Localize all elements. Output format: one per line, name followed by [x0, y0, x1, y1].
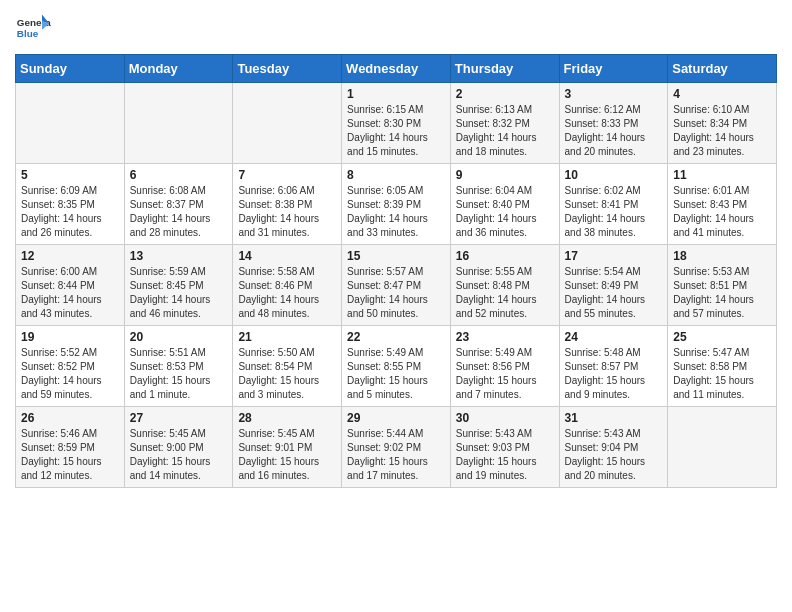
page: General Blue SundayMondayTuesdayWednesda… — [0, 0, 792, 503]
day-number: 12 — [21, 249, 119, 263]
day-info: Sunrise: 5:51 AM Sunset: 8:53 PM Dayligh… — [130, 346, 228, 402]
day-cell: 18Sunrise: 5:53 AM Sunset: 8:51 PM Dayli… — [668, 245, 777, 326]
day-info: Sunrise: 5:57 AM Sunset: 8:47 PM Dayligh… — [347, 265, 445, 321]
day-info: Sunrise: 6:08 AM Sunset: 8:37 PM Dayligh… — [130, 184, 228, 240]
day-number: 28 — [238, 411, 336, 425]
header-day-tuesday: Tuesday — [233, 55, 342, 83]
header-row: SundayMondayTuesdayWednesdayThursdayFrid… — [16, 55, 777, 83]
day-cell: 3Sunrise: 6:12 AM Sunset: 8:33 PM Daylig… — [559, 83, 668, 164]
day-number: 22 — [347, 330, 445, 344]
header-day-wednesday: Wednesday — [342, 55, 451, 83]
header-day-sunday: Sunday — [16, 55, 125, 83]
day-number: 15 — [347, 249, 445, 263]
day-cell: 9Sunrise: 6:04 AM Sunset: 8:40 PM Daylig… — [450, 164, 559, 245]
day-info: Sunrise: 5:55 AM Sunset: 8:48 PM Dayligh… — [456, 265, 554, 321]
header-day-friday: Friday — [559, 55, 668, 83]
day-number: 14 — [238, 249, 336, 263]
calendar-body: 1Sunrise: 6:15 AM Sunset: 8:30 PM Daylig… — [16, 83, 777, 488]
day-number: 9 — [456, 168, 554, 182]
day-number: 1 — [347, 87, 445, 101]
day-cell: 27Sunrise: 5:45 AM Sunset: 9:00 PM Dayli… — [124, 407, 233, 488]
day-cell: 11Sunrise: 6:01 AM Sunset: 8:43 PM Dayli… — [668, 164, 777, 245]
day-info: Sunrise: 6:12 AM Sunset: 8:33 PM Dayligh… — [565, 103, 663, 159]
header-day-thursday: Thursday — [450, 55, 559, 83]
day-info: Sunrise: 5:50 AM Sunset: 8:54 PM Dayligh… — [238, 346, 336, 402]
week-row-3: 12Sunrise: 6:00 AM Sunset: 8:44 PM Dayli… — [16, 245, 777, 326]
day-number: 17 — [565, 249, 663, 263]
day-number: 29 — [347, 411, 445, 425]
header-day-saturday: Saturday — [668, 55, 777, 83]
day-cell: 4Sunrise: 6:10 AM Sunset: 8:34 PM Daylig… — [668, 83, 777, 164]
day-cell: 6Sunrise: 6:08 AM Sunset: 8:37 PM Daylig… — [124, 164, 233, 245]
day-number: 2 — [456, 87, 554, 101]
day-info: Sunrise: 5:59 AM Sunset: 8:45 PM Dayligh… — [130, 265, 228, 321]
day-info: Sunrise: 5:54 AM Sunset: 8:49 PM Dayligh… — [565, 265, 663, 321]
day-cell: 10Sunrise: 6:02 AM Sunset: 8:41 PM Dayli… — [559, 164, 668, 245]
day-cell: 14Sunrise: 5:58 AM Sunset: 8:46 PM Dayli… — [233, 245, 342, 326]
day-number: 19 — [21, 330, 119, 344]
day-number: 26 — [21, 411, 119, 425]
day-info: Sunrise: 5:49 AM Sunset: 8:55 PM Dayligh… — [347, 346, 445, 402]
day-info: Sunrise: 6:15 AM Sunset: 8:30 PM Dayligh… — [347, 103, 445, 159]
week-row-5: 26Sunrise: 5:46 AM Sunset: 8:59 PM Dayli… — [16, 407, 777, 488]
day-cell: 26Sunrise: 5:46 AM Sunset: 8:59 PM Dayli… — [16, 407, 125, 488]
day-info: Sunrise: 6:04 AM Sunset: 8:40 PM Dayligh… — [456, 184, 554, 240]
day-info: Sunrise: 6:00 AM Sunset: 8:44 PM Dayligh… — [21, 265, 119, 321]
day-info: Sunrise: 5:44 AM Sunset: 9:02 PM Dayligh… — [347, 427, 445, 483]
day-info: Sunrise: 6:13 AM Sunset: 8:32 PM Dayligh… — [456, 103, 554, 159]
day-cell: 13Sunrise: 5:59 AM Sunset: 8:45 PM Dayli… — [124, 245, 233, 326]
day-number: 23 — [456, 330, 554, 344]
day-cell: 17Sunrise: 5:54 AM Sunset: 8:49 PM Dayli… — [559, 245, 668, 326]
day-info: Sunrise: 6:01 AM Sunset: 8:43 PM Dayligh… — [673, 184, 771, 240]
day-info: Sunrise: 5:48 AM Sunset: 8:57 PM Dayligh… — [565, 346, 663, 402]
day-cell: 20Sunrise: 5:51 AM Sunset: 8:53 PM Dayli… — [124, 326, 233, 407]
day-info: Sunrise: 5:46 AM Sunset: 8:59 PM Dayligh… — [21, 427, 119, 483]
day-cell: 15Sunrise: 5:57 AM Sunset: 8:47 PM Dayli… — [342, 245, 451, 326]
day-number: 31 — [565, 411, 663, 425]
day-number: 4 — [673, 87, 771, 101]
week-row-2: 5Sunrise: 6:09 AM Sunset: 8:35 PM Daylig… — [16, 164, 777, 245]
day-cell — [124, 83, 233, 164]
day-cell: 7Sunrise: 6:06 AM Sunset: 8:38 PM Daylig… — [233, 164, 342, 245]
day-info: Sunrise: 5:53 AM Sunset: 8:51 PM Dayligh… — [673, 265, 771, 321]
day-cell: 24Sunrise: 5:48 AM Sunset: 8:57 PM Dayli… — [559, 326, 668, 407]
day-cell: 25Sunrise: 5:47 AM Sunset: 8:58 PM Dayli… — [668, 326, 777, 407]
day-number: 24 — [565, 330, 663, 344]
day-number: 25 — [673, 330, 771, 344]
day-info: Sunrise: 5:58 AM Sunset: 8:46 PM Dayligh… — [238, 265, 336, 321]
day-number: 20 — [130, 330, 228, 344]
day-info: Sunrise: 6:06 AM Sunset: 8:38 PM Dayligh… — [238, 184, 336, 240]
day-cell: 28Sunrise: 5:45 AM Sunset: 9:01 PM Dayli… — [233, 407, 342, 488]
day-info: Sunrise: 5:45 AM Sunset: 9:01 PM Dayligh… — [238, 427, 336, 483]
day-info: Sunrise: 5:49 AM Sunset: 8:56 PM Dayligh… — [456, 346, 554, 402]
day-cell: 12Sunrise: 6:00 AM Sunset: 8:44 PM Dayli… — [16, 245, 125, 326]
day-number: 3 — [565, 87, 663, 101]
day-number: 30 — [456, 411, 554, 425]
day-number: 5 — [21, 168, 119, 182]
day-info: Sunrise: 6:02 AM Sunset: 8:41 PM Dayligh… — [565, 184, 663, 240]
day-number: 16 — [456, 249, 554, 263]
day-cell: 19Sunrise: 5:52 AM Sunset: 8:52 PM Dayli… — [16, 326, 125, 407]
day-cell: 5Sunrise: 6:09 AM Sunset: 8:35 PM Daylig… — [16, 164, 125, 245]
day-cell: 31Sunrise: 5:43 AM Sunset: 9:04 PM Dayli… — [559, 407, 668, 488]
day-info: Sunrise: 6:05 AM Sunset: 8:39 PM Dayligh… — [347, 184, 445, 240]
week-row-4: 19Sunrise: 5:52 AM Sunset: 8:52 PM Dayli… — [16, 326, 777, 407]
header: General Blue — [15, 10, 777, 46]
day-cell: 8Sunrise: 6:05 AM Sunset: 8:39 PM Daylig… — [342, 164, 451, 245]
week-row-1: 1Sunrise: 6:15 AM Sunset: 8:30 PM Daylig… — [16, 83, 777, 164]
day-cell: 29Sunrise: 5:44 AM Sunset: 9:02 PM Dayli… — [342, 407, 451, 488]
day-info: Sunrise: 5:45 AM Sunset: 9:00 PM Dayligh… — [130, 427, 228, 483]
day-number: 10 — [565, 168, 663, 182]
day-cell — [233, 83, 342, 164]
day-number: 7 — [238, 168, 336, 182]
calendar-header: SundayMondayTuesdayWednesdayThursdayFrid… — [16, 55, 777, 83]
logo-icon: General Blue — [15, 10, 51, 46]
day-cell: 21Sunrise: 5:50 AM Sunset: 8:54 PM Dayli… — [233, 326, 342, 407]
logo: General Blue — [15, 10, 55, 46]
day-number: 21 — [238, 330, 336, 344]
day-info: Sunrise: 6:09 AM Sunset: 8:35 PM Dayligh… — [21, 184, 119, 240]
day-cell: 23Sunrise: 5:49 AM Sunset: 8:56 PM Dayli… — [450, 326, 559, 407]
day-number: 18 — [673, 249, 771, 263]
day-cell: 16Sunrise: 5:55 AM Sunset: 8:48 PM Dayli… — [450, 245, 559, 326]
day-cell: 22Sunrise: 5:49 AM Sunset: 8:55 PM Dayli… — [342, 326, 451, 407]
